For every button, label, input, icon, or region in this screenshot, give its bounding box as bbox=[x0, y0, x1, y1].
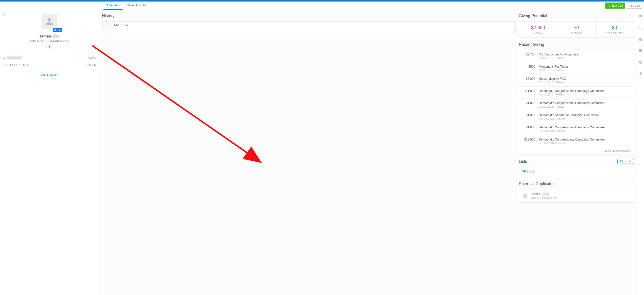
main-container: 98.96 James ATTORNEY at JENNER BLOCK 4 H… bbox=[0, 10, 644, 295]
city: SAINT LOUIS, MO bbox=[3, 63, 28, 67]
rg-date: Sep 29, 2018 - Federal bbox=[539, 130, 631, 132]
tab-giving-history[interactable]: Giving History bbox=[123, 2, 149, 10]
rg-body: Democratic Congressional Campaign Commit… bbox=[539, 101, 631, 108]
recent-giving-row[interactable]: $1,000 Democratic Senatorial Campaign Co… bbox=[519, 111, 634, 123]
rg-body: Democratic Congressional Campaign Commit… bbox=[539, 138, 631, 145]
start-call-button[interactable]: Start Call bbox=[605, 3, 625, 9]
see-all-link[interactable]: See all 32 contributions bbox=[519, 147, 634, 154]
log-call-button[interactable]: Log Call bbox=[627, 3, 642, 9]
rg-body: Montanans For Tester Oct 26, 2018 - Fede… bbox=[539, 65, 631, 72]
list-item[interactable]: VB List 1 bbox=[522, 170, 631, 173]
gp-pledged-label: PLEDGED bbox=[570, 32, 582, 34]
lists-box: VB List 1 bbox=[519, 166, 634, 177]
score-badge: 98.96 bbox=[53, 28, 62, 32]
recent-giving-row[interactable]: $1,000 Democratic Congressional Campaign… bbox=[519, 99, 634, 111]
gp-ask-amount: $2,800 bbox=[521, 25, 555, 30]
rg-date: Oct 10, 2018 - Federal bbox=[539, 93, 631, 96]
addr-type: OTHER bbox=[87, 64, 96, 67]
rg-org: Democratic Congressional Campaign Commit… bbox=[539, 101, 631, 105]
note-icon[interactable] bbox=[639, 15, 642, 18]
gp-pledged-cell: $0 PLEDGED bbox=[557, 22, 595, 37]
giving-potential-box: $2,800 ASK $0 PLEDGED $0 CONTRIBUTED bbox=[519, 21, 634, 38]
right-column: Giving Potential $2,800 ASK $0 PLEDGED $… bbox=[519, 14, 634, 291]
history-input-row bbox=[102, 21, 516, 33]
gp-pledged-amount: $0 bbox=[559, 25, 593, 30]
hand-icon[interactable] bbox=[639, 72, 642, 75]
note-input[interactable] bbox=[111, 21, 516, 33]
tabs-header: Overview Giving History Start Call Log C… bbox=[0, 2, 644, 10]
header-actions: Start Call Log Call bbox=[605, 3, 642, 9]
badge-row: 4 bbox=[46, 45, 52, 49]
count-badge: 4 bbox=[46, 45, 52, 49]
rg-amount: $-1,000 bbox=[522, 89, 535, 96]
rg-org: Democratic Congressional Campaign Commit… bbox=[539, 89, 631, 93]
first-name: James bbox=[39, 34, 51, 38]
rg-amount: $1,000 bbox=[522, 126, 535, 132]
phone-type: HOME bbox=[88, 56, 96, 59]
contact-subtitle: ATTORNEY at JENNER BLOCK bbox=[29, 40, 69, 43]
add-to-list-button[interactable]: Add to List bbox=[617, 159, 634, 164]
right-rail bbox=[637, 10, 644, 295]
address-row: SAINT LOUIS, MO OTHER bbox=[3, 61, 96, 69]
duplicate-name: JAMES bbox=[531, 192, 557, 196]
pencil-icon bbox=[540, 32, 542, 34]
rg-org: Democratic Senatorial Campaign Committee bbox=[539, 113, 631, 117]
recent-giving-row[interactable]: $1,000 Democratic Congressional Campaign… bbox=[519, 123, 634, 135]
contact-name: James bbox=[39, 34, 60, 38]
main-panel: History Giving Potential $2,800 ASK $0 P bbox=[99, 10, 637, 295]
rg-org: Cort Vanostran For Congress bbox=[539, 53, 631, 56]
history-title: History bbox=[102, 14, 516, 18]
avatar-wrap: 98.96 James ATTORNEY at JENNER BLOCK 4 bbox=[3, 14, 96, 49]
rg-amount: $1,000 bbox=[522, 113, 535, 120]
lists-title: Lists bbox=[519, 159, 527, 164]
dup-last-redacted bbox=[542, 193, 549, 195]
person-icon bbox=[523, 194, 527, 198]
tabs-list: Overview Giving History bbox=[103, 2, 149, 10]
recent-giving-row[interactable]: $5,000 House Majority PAC Oct 15, 2018 -… bbox=[519, 74, 634, 87]
rg-org: Montanans For Tester bbox=[539, 65, 631, 68]
dollar-icon[interactable] bbox=[639, 60, 642, 64]
chat-icon[interactable] bbox=[639, 49, 642, 53]
duplicate-body: JAMES UNEMPLOYED at N/A bbox=[531, 192, 557, 199]
rg-org: Democratic Congressional Campaign Commit… bbox=[539, 138, 631, 141]
recent-giving-row[interactable]: $-1,000 Democratic Congressional Campaig… bbox=[519, 87, 634, 99]
giving-potential-title: Giving Potential bbox=[519, 14, 634, 18]
phone-icon bbox=[608, 4, 610, 7]
rg-amount: $1,000 bbox=[522, 101, 535, 108]
gp-ask-cell[interactable]: $2,800 ASK bbox=[519, 22, 557, 37]
start-call-label: Start Call bbox=[611, 4, 622, 7]
envelope-icon[interactable] bbox=[639, 37, 642, 41]
recent-giving-row[interactable]: $18,900 Democratic Congressional Campaig… bbox=[519, 135, 634, 147]
edit-contact-link[interactable]: Edit Contact bbox=[3, 73, 96, 77]
tab-overview[interactable]: Overview bbox=[103, 2, 123, 10]
rg-date: Sep 26, 2018 - Federal bbox=[539, 142, 631, 145]
rg-body: Democratic Senatorial Campaign Committee… bbox=[539, 113, 631, 120]
gp-contributed-label: CONTRIBUTED bbox=[606, 32, 624, 34]
rg-date: Sep 29, 2018 - Federal bbox=[539, 117, 631, 120]
avatar: 98.96 bbox=[41, 14, 57, 29]
phone-icon[interactable] bbox=[639, 26, 642, 30]
rg-date: Oct 26, 2018 - Federal bbox=[539, 69, 631, 72]
gp-ask-label: ASK bbox=[534, 32, 542, 34]
duplicate-item[interactable]: JAMES UNEMPLOYED at N/A bbox=[519, 189, 634, 202]
rg-amount: $500 bbox=[522, 65, 535, 72]
lists-header: Lists Add to List bbox=[519, 159, 634, 164]
rg-body: Democratic Congressional Campaign Commit… bbox=[539, 126, 631, 132]
recent-giving-row[interactable]: $2,700 Cort Vanostran For Congress Oct 2… bbox=[519, 50, 634, 62]
address-left: SAINT LOUIS, MO bbox=[3, 63, 28, 67]
phone-redacted bbox=[7, 56, 22, 59]
phone-icon bbox=[3, 56, 5, 59]
person-icon bbox=[44, 16, 54, 27]
recent-giving-title: Recent Giving bbox=[519, 42, 634, 47]
duplicates-title: Potential Duplicates bbox=[519, 182, 634, 186]
last-name-redacted bbox=[52, 35, 59, 38]
phone-left bbox=[3, 56, 22, 59]
phone-row: HOME bbox=[3, 54, 96, 61]
rg-org: House Majority PAC bbox=[539, 77, 631, 81]
rg-org: Democratic Congressional Campaign Commit… bbox=[539, 126, 631, 129]
contact-panel: 98.96 James ATTORNEY at JENNER BLOCK 4 H… bbox=[0, 10, 99, 295]
recent-giving-row[interactable]: $500 Montanans For Tester Oct 26, 2018 -… bbox=[519, 62, 634, 74]
note-avatar-icon bbox=[102, 21, 108, 27]
rg-date: Oct 15, 2018 - Federal bbox=[539, 81, 631, 84]
rg-body: Democratic Congressional Campaign Commit… bbox=[539, 89, 631, 96]
